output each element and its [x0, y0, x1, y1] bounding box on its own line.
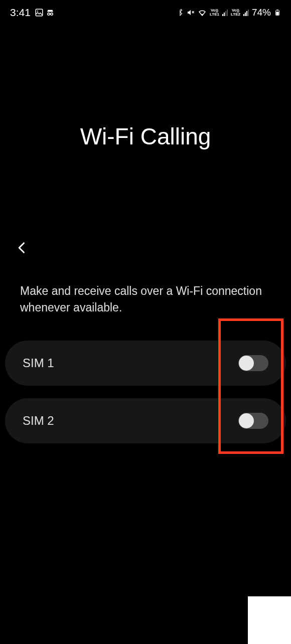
- signal2-icon: [243, 9, 249, 16]
- image-icon: [35, 8, 44, 17]
- sim1-label: SIM 1: [23, 356, 54, 370]
- status-notification-icons: [35, 8, 55, 17]
- status-bar: 3:41 Vo)) LTE1 Vo)) LTE2 74%: [0, 0, 291, 25]
- svg-rect-8: [276, 10, 278, 11]
- back-icon: [15, 241, 29, 255]
- wifi-icon: [198, 8, 207, 17]
- bottom-overlay: [248, 596, 291, 644]
- battery-percentage: 74%: [252, 7, 271, 18]
- status-right: Vo)) LTE1 Vo)) LTE2 74%: [177, 7, 281, 18]
- sim2-row[interactable]: SIM 2: [5, 398, 286, 443]
- sim1-row[interactable]: SIM 1: [5, 341, 286, 386]
- svg-point-2: [48, 13, 50, 16]
- bluetooth-icon: [177, 9, 184, 16]
- sim2-toggle[interactable]: [238, 413, 268, 429]
- back-button[interactable]: [15, 238, 35, 258]
- page-description: Make and receive calls over a Wi-Fi conn…: [0, 283, 291, 316]
- volte2-icon: Vo)) LTE2: [231, 9, 240, 17]
- battery-icon: [274, 8, 281, 18]
- signal1-icon: [222, 9, 228, 16]
- sim-list: SIM 1 SIM 2: [0, 341, 291, 443]
- sim1-toggle[interactable]: [238, 355, 268, 371]
- page-title: Wi-Fi Calling: [0, 123, 291, 150]
- volte1-icon: Vo)) LTE1: [210, 9, 219, 17]
- mute-icon: [187, 9, 195, 17]
- svg-rect-9: [276, 12, 278, 15]
- svg-rect-0: [36, 9, 43, 16]
- status-left: 3:41: [10, 7, 55, 19]
- status-time: 3:41: [10, 7, 31, 19]
- incognito-icon: [46, 8, 55, 17]
- toggle-knob: [239, 413, 254, 428]
- svg-point-1: [37, 11, 38, 12]
- toggle-knob: [239, 356, 254, 371]
- svg-point-6: [202, 14, 203, 15]
- svg-point-3: [51, 13, 53, 16]
- sim2-label: SIM 2: [23, 414, 54, 428]
